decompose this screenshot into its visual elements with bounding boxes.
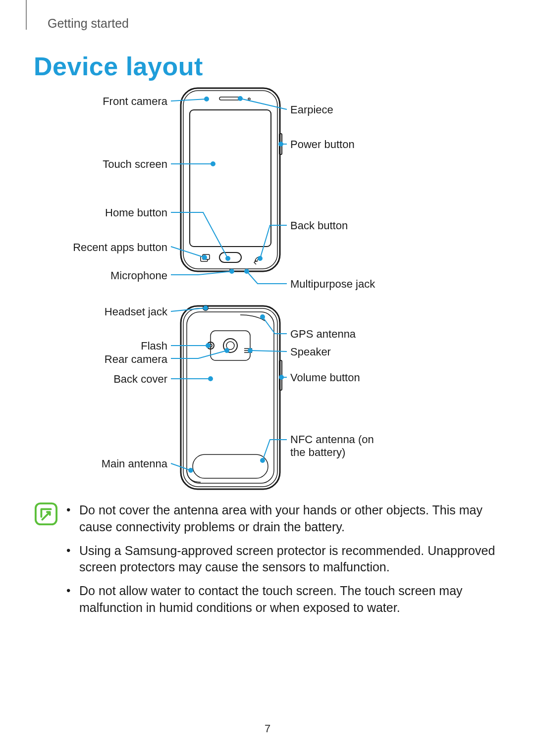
svg-line-49 [250, 351, 287, 352]
page-number: 7 [0, 722, 535, 735]
svg-point-53 [261, 458, 265, 462]
svg-point-48 [261, 315, 265, 319]
note-item: Using a Samsung-approved screen protecto… [66, 543, 499, 576]
svg-line-30 [171, 247, 205, 257]
svg-point-50 [248, 349, 252, 353]
note-list: Do not cover the antenna area with your … [66, 502, 499, 623]
leader-lines [0, 0, 535, 495]
svg-point-29 [226, 256, 230, 260]
svg-point-36 [279, 142, 283, 146]
svg-rect-54 [36, 504, 56, 524]
svg-line-39 [171, 308, 206, 311]
svg-point-26 [205, 97, 209, 101]
svg-point-32 [230, 269, 234, 273]
svg-point-40 [204, 306, 208, 310]
svg-point-43 [225, 349, 229, 353]
svg-point-45 [209, 377, 213, 381]
svg-line-33 [240, 99, 287, 109]
svg-point-52 [279, 375, 283, 379]
note-item: Do not allow water to contact the touch … [66, 583, 499, 616]
svg-point-42 [206, 344, 210, 348]
svg-point-38 [245, 269, 249, 273]
svg-line-25 [171, 99, 207, 101]
svg-point-34 [238, 97, 242, 101]
svg-point-47 [189, 468, 193, 472]
note-icon [35, 503, 57, 525]
svg-point-28 [211, 162, 215, 166]
svg-line-46 [171, 463, 191, 470]
svg-point-31 [203, 255, 207, 259]
note-item: Do not cover the antenna area with your … [66, 502, 499, 536]
svg-point-37 [258, 256, 262, 260]
